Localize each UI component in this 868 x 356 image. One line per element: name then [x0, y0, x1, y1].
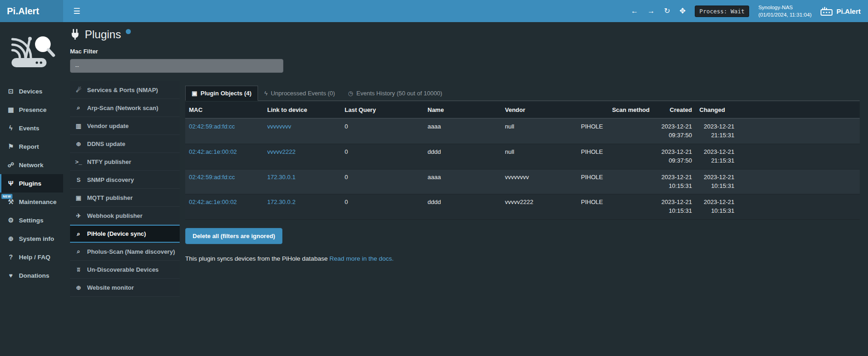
cell-name: dddd — [424, 194, 501, 220]
cell-created: 2023-12-21 09:37:50 — [653, 118, 696, 144]
cell-last-query: 0 — [341, 144, 424, 169]
sidebar-item[interactable]: ⚙ Settings — [0, 211, 63, 229]
sidebar: ⊡ Devices ▦ Presence ϟ Events ⚑ — [0, 22, 63, 356]
plugin-list-item[interactable]: S SNMP discovery — [70, 171, 180, 189]
cell-vendor: null — [501, 144, 577, 169]
sidebar-item-label: Donations — [19, 272, 49, 279]
sidebar-item[interactable]: ⚑ Report — [0, 137, 63, 156]
column-header[interactable]: Link to device — [264, 102, 341, 118]
sidebar-item-icon: ☍ — [7, 161, 15, 169]
device-link[interactable]: vvvvv2222 — [267, 148, 295, 155]
cell-name: dddd — [424, 144, 501, 169]
column-header[interactable]: Changed — [696, 102, 738, 118]
table-row: 02:42:ac:1e:00:02 vvvvv2222 0 dddd null … — [185, 144, 860, 169]
sidebar-menu: ⊡ Devices ▦ Presence ϟ Events ⚑ — [0, 82, 63, 285]
mac-link[interactable]: 02:42:59:ad:fd:cc — [189, 123, 235, 130]
plugin-list-item[interactable]: ʬ Un-Discoverable Devices — [70, 261, 180, 279]
plugin-list-item[interactable]: ☄ Services & Ports (NMAP) — [70, 81, 180, 99]
mac-filter-label: Mac Filter — [70, 48, 860, 55]
back-arrow-icon[interactable]: ← — [631, 7, 638, 15]
plugin-item-icon: ⊕ — [75, 284, 82, 291]
sidebar-item-label: Presence — [19, 106, 47, 113]
column-header[interactable]: MAC — [185, 102, 264, 118]
device-link[interactable]: 172.30.0.2 — [267, 198, 295, 205]
sidebar-item-label: Events — [19, 125, 39, 132]
forward-arrow-icon[interactable]: → — [647, 7, 655, 15]
column-header[interactable] — [738, 102, 860, 118]
cell-vendor: null — [501, 118, 577, 144]
column-header[interactable]: Vendor — [501, 102, 577, 118]
plugin-list-item[interactable]: ⌕ Pholus-Scan (Name discovery) — [70, 243, 180, 261]
table-header-row: MACLink to deviceLast QueryNameVendorSca… — [185, 102, 860, 118]
plugin-item-label: PiHole (Device sync) — [87, 230, 146, 237]
hamburger-menu-icon[interactable]: ☰ — [70, 5, 83, 18]
sidebar-item[interactable]: ϟ Events — [0, 119, 63, 137]
move-arrows-icon[interactable]: ✥ — [680, 7, 686, 15]
sidebar-item[interactable]: ♥ Donations — [0, 266, 63, 285]
sidebar-item-label: Devices — [19, 88, 42, 95]
plugin-list-item[interactable]: ⌕ Arp-Scan (Network scan) — [70, 99, 180, 117]
device-link[interactable]: 172.30.0.1 — [267, 174, 295, 181]
device-link[interactable]: vvvvvvvv — [267, 123, 291, 130]
plugin-item-label: Un-Discoverable Devices — [87, 266, 158, 273]
sidebar-item-label: Plugins — [19, 180, 41, 187]
cell-name: aaaa — [424, 118, 501, 144]
sidebar-item[interactable]: ▦ Presence — [0, 100, 63, 119]
column-header[interactable]: Name — [424, 102, 501, 118]
docs-link[interactable]: Read more in the docs. — [329, 255, 394, 262]
plugin-item-label: Website monitor — [87, 284, 134, 291]
plugin-list-item[interactable]: ▥ Vendor update — [70, 117, 180, 135]
cell-created: 2023-12-21 10:15:31 — [653, 169, 696, 194]
tab[interactable]: ▣ Plugin Objects (4) — [185, 86, 258, 101]
sidebar-item-icon: ϟ — [7, 124, 15, 132]
mac-filter-input[interactable] — [70, 59, 283, 73]
plugin-list-item[interactable]: >_ NTFY publisher — [70, 153, 180, 171]
plugin-list-item[interactable]: ⊕ Website monitor — [70, 279, 180, 297]
column-header[interactable]: Created — [653, 102, 696, 118]
tab-bar: ▣ Plugin Objects (4) ϟ Unprocessed Event… — [185, 86, 860, 101]
sidebar-item-icon: ⚒ — [7, 198, 15, 205]
plugin-item-icon: ⌕ — [75, 104, 82, 111]
tab[interactable]: ◷ Events History (50 out of 10000) — [341, 86, 449, 101]
plugin-list-item[interactable]: ⌕ PiHole (Device sync) — [70, 225, 180, 243]
page-title-text: Plugins — [85, 29, 121, 41]
plugin-detail-panel: ▣ Plugin Objects (4) ϟ Unprocessed Event… — [185, 81, 860, 297]
sidebar-item[interactable]: ⊡ Devices — [0, 82, 63, 100]
sidebar-item-icon: ⊕ — [7, 235, 15, 242]
host-name: Synology-NAS — [758, 4, 812, 11]
title-info-badge[interactable] — [126, 29, 131, 34]
plugin-list-item[interactable]: ⊕ DDNS update — [70, 135, 180, 153]
sidebar-item[interactable]: Ψ Plugins — [0, 174, 63, 193]
plugin-objects-table: MACLink to deviceLast QueryNameVendorSca… — [185, 102, 860, 220]
host-info: Synology-NAS (01/01/2024, 11:31:04) — [758, 4, 812, 18]
plugin-list-item[interactable]: ▣ MQTT publisher — [70, 189, 180, 207]
plugin-description-text: This plugin syncs devices from the PiHol… — [185, 255, 328, 262]
sidebar-item[interactable]: ☍ Network — [0, 156, 63, 174]
cell-filler — [738, 194, 860, 220]
plugin-item-label: Services & Ports (NMAP) — [87, 87, 158, 93]
plugin-list-item[interactable]: ✈ Webhook publisher — [70, 207, 180, 225]
sidebar-item-icon: ⚑ — [7, 143, 15, 150]
brand-logo[interactable]: Pi.Alert — [0, 0, 63, 22]
column-header[interactable]: Scan method — [577, 102, 653, 118]
delete-all-button[interactable]: Delete all (filters are ignored) — [185, 228, 282, 244]
mac-link[interactable]: 02:42:59:ad:fd:cc — [189, 174, 235, 181]
plugin-item-icon: S — [75, 176, 82, 183]
sidebar-item-icon: ⚙ — [7, 216, 15, 224]
sidebar-item[interactable]: ? Help / FAQ — [0, 248, 63, 266]
column-header[interactable]: Last Query — [341, 102, 424, 118]
cell-changed: 2023-12-21 10:15:31 — [696, 169, 738, 194]
cell-changed: 2023-12-21 10:15:31 — [696, 194, 738, 220]
mac-link[interactable]: 02:42:ac:1e:00:02 — [189, 198, 237, 205]
sidebar-item[interactable]: NEW ⚒ Maintenance — [0, 193, 63, 211]
tab[interactable]: ϟ Unprocessed Events (0) — [258, 86, 341, 101]
refresh-icon[interactable]: ↻ — [664, 7, 670, 15]
sidebar-item[interactable]: ⊕ System info — [0, 229, 63, 248]
process-status-badge: Process: Wait — [695, 6, 749, 17]
plugin-description: This plugin syncs devices from the PiHol… — [185, 255, 860, 262]
mac-link[interactable]: 02:42:ac:1e:00:02 — [189, 148, 237, 155]
cell-filler — [738, 118, 860, 144]
plug-icon — [70, 29, 80, 41]
sidebar-item-icon: ? — [7, 253, 15, 261]
cell-changed: 2023-12-21 21:15:31 — [696, 118, 738, 144]
